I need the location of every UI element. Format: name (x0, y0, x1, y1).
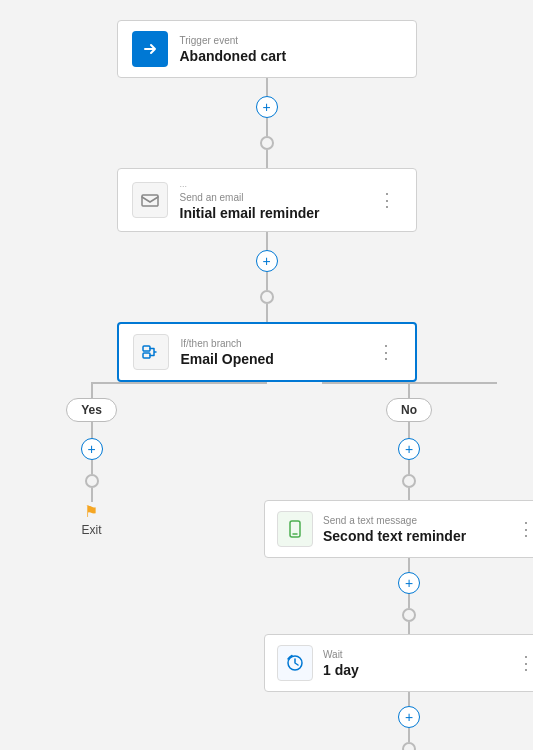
yes-line-2 (91, 460, 93, 474)
no-add-btn-2[interactable]: + (398, 572, 420, 594)
no-circle-1 (402, 474, 416, 488)
branch-menu-btn[interactable]: ⋮ (371, 339, 401, 365)
branch-h-line-left (92, 382, 267, 384)
branch-card[interactable]: If/then branch Email Opened ⋮ (117, 322, 417, 382)
yes-line-top (91, 382, 93, 398)
add-btn-1[interactable]: + (256, 96, 278, 118)
trigger-icon (132, 31, 168, 67)
branch-label: If/then branch (181, 338, 371, 349)
branch-icon (133, 334, 169, 370)
email-icon (132, 182, 168, 218)
svg-rect-2 (143, 353, 150, 358)
connector-line-6 (266, 304, 268, 322)
branch-title: Email Opened (181, 351, 371, 367)
no-line-7 (408, 728, 410, 742)
no-circle-3 (402, 742, 416, 750)
connector-line-2 (266, 118, 268, 136)
wait-text: Wait 1 day (323, 649, 511, 678)
email-action-title: Initial email reminder (180, 205, 372, 221)
sms-label: Send a text message (323, 515, 511, 526)
connector-line-4 (266, 232, 268, 250)
wait-card[interactable]: Wait 1 day ⋮ (264, 634, 533, 692)
trigger-text: Trigger event Abandoned cart (180, 35, 402, 64)
connector-circle-1 (260, 136, 274, 150)
branch-card-text: If/then branch Email Opened (181, 338, 371, 367)
email-card[interactable]: ... Send an email Initial email reminder… (117, 168, 417, 232)
wait-label: Wait (323, 649, 511, 660)
no-add-btn-3[interactable]: + (398, 706, 420, 728)
wait-icon (277, 645, 313, 681)
no-line-2 (408, 488, 410, 500)
add-btn-2[interactable]: + (256, 250, 278, 272)
yes-branch-column: Yes + ⚑ Exit (37, 382, 147, 537)
sms-menu-btn[interactable]: ⋮ (511, 516, 533, 542)
yes-circle (85, 474, 99, 488)
email-menu-btn[interactable]: ⋮ (372, 187, 402, 213)
no-branch-column: No + Send a text message (322, 382, 497, 750)
no-line-top (408, 382, 410, 398)
yes-line-mid (91, 422, 93, 438)
svg-rect-0 (142, 195, 158, 206)
connector-line-1 (266, 78, 268, 96)
no-label: No (386, 398, 432, 422)
connector-line-5 (266, 272, 268, 290)
email-meta: ... (180, 179, 372, 189)
trigger-label: Trigger event (180, 35, 402, 46)
yes-add-btn[interactable]: + (81, 438, 103, 460)
flow-canvas: Trigger event Abandoned cart + ... Send … (0, 0, 533, 750)
yes-line-3 (91, 488, 93, 502)
no-add-btn-1[interactable]: + (398, 438, 420, 460)
connector-line-3 (266, 150, 268, 168)
no-line-5 (408, 622, 410, 634)
yes-exit-flag: ⚑ Exit (81, 502, 101, 537)
no-circle-2 (402, 608, 416, 622)
sms-title: Second text reminder (323, 528, 511, 544)
email-card-text: ... Send an email Initial email reminder (180, 179, 372, 221)
yes-exit-icon: ⚑ (84, 502, 98, 521)
branch-h-line-right (322, 382, 497, 384)
trigger-card[interactable]: Trigger event Abandoned cart (117, 20, 417, 78)
email-action-label: Send an email (180, 192, 372, 203)
yes-label: Yes (66, 398, 117, 422)
wait-title: 1 day (323, 662, 511, 678)
sms-icon (277, 511, 313, 547)
no-line-3 (408, 558, 410, 572)
sms-card[interactable]: Send a text message Second text reminder… (264, 500, 533, 558)
yes-exit-label: Exit (81, 523, 101, 537)
wait-menu-btn[interactable]: ⋮ (511, 650, 533, 676)
no-line-1 (408, 460, 410, 474)
connector-circle-2 (260, 290, 274, 304)
no-line-mid (408, 422, 410, 438)
svg-rect-1 (143, 346, 150, 351)
no-line-4 (408, 594, 410, 608)
sms-text: Send a text message Second text reminder (323, 515, 511, 544)
no-line-6 (408, 692, 410, 706)
trigger-title: Abandoned cart (180, 48, 402, 64)
